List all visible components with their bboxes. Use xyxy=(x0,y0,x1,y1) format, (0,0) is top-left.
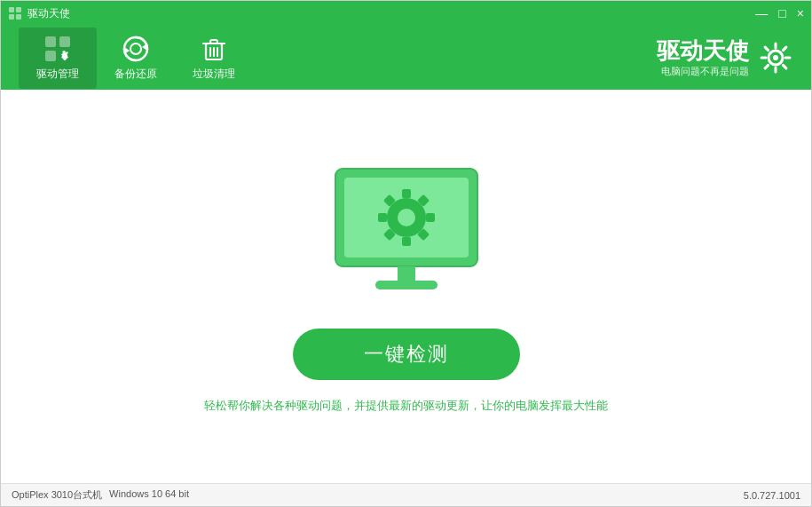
monitor-svg xyxy=(318,160,495,311)
brand: 驱动天使 电脑问题不再是问题 xyxy=(657,37,793,78)
svg-rect-14 xyxy=(210,40,217,44)
svg-rect-34 xyxy=(378,213,387,222)
svg-rect-1 xyxy=(16,7,21,12)
os-info: Windows 10 64 bit xyxy=(109,488,189,502)
close-button[interactable]: × xyxy=(797,7,804,20)
main-content: 一键检测 轻松帮你解决各种驱动问题，并提供最新的驱动更新，让你的电脑发挥最大性能 xyxy=(1,90,811,483)
brand-name: 驱动天使 xyxy=(657,37,749,65)
svg-point-9 xyxy=(130,44,141,54)
svg-line-24 xyxy=(765,47,769,51)
nav-driver-mgmt-label: 驱动管理 xyxy=(36,67,79,82)
nav-driver-mgmt[interactable]: 驱动管理 xyxy=(19,28,97,89)
nav-junk-clean-label: 垃圾清理 xyxy=(193,67,235,82)
titlebar-controls: — □ × xyxy=(755,7,804,20)
subtitle-content: 轻松帮你解决各种驱动问题，并提供最新的驱动更新，让你的电脑发挥最大性能 xyxy=(204,399,608,412)
nav-backup-restore-label: 备份还原 xyxy=(114,67,157,82)
statusbar-left: OptiPlex 3010台式机 Windows 10 64 bit xyxy=(12,488,189,502)
svg-rect-40 xyxy=(398,266,415,281)
svg-rect-2 xyxy=(9,14,14,20)
toolbar-nav: 驱动管理 备份还原 xyxy=(19,28,253,89)
machine-info: OptiPlex 3010台式机 xyxy=(12,488,102,502)
svg-rect-3 xyxy=(16,14,21,20)
toolbar: 驱动管理 备份还原 xyxy=(1,26,811,90)
svg-rect-6 xyxy=(45,51,56,61)
svg-line-26 xyxy=(783,47,786,51)
svg-line-27 xyxy=(765,65,769,68)
titlebar-left: 驱动天使 xyxy=(8,6,70,21)
titlebar: 驱动天使 — □ × xyxy=(1,1,811,26)
svg-rect-0 xyxy=(9,7,14,12)
minimize-button[interactable]: — xyxy=(755,7,768,20)
nav-junk-clean[interactable]: 垃圾清理 xyxy=(175,28,253,89)
driver-mgmt-icon xyxy=(43,35,72,63)
statusbar-version: 5.0.727.1001 xyxy=(744,490,800,501)
svg-marker-10 xyxy=(142,44,147,51)
monitor-illustration xyxy=(318,160,495,311)
svg-point-19 xyxy=(773,55,778,60)
svg-rect-35 xyxy=(426,213,435,222)
svg-rect-32 xyxy=(402,189,411,198)
junk-clean-icon xyxy=(200,35,228,63)
statusbar: OptiPlex 3010台式机 Windows 10 64 bit 5.0.7… xyxy=(1,483,811,506)
scan-button[interactable]: 一键检测 xyxy=(293,329,520,380)
svg-line-25 xyxy=(783,65,786,68)
nav-backup-restore[interactable]: 备份还原 xyxy=(97,28,175,89)
svg-rect-41 xyxy=(375,281,438,289)
maximize-button[interactable]: □ xyxy=(778,7,785,20)
backup-restore-icon xyxy=(122,35,150,63)
svg-rect-33 xyxy=(402,237,411,246)
brand-slogan: 电脑问题不再是问题 xyxy=(657,65,749,78)
brand-text: 驱动天使 电脑问题不再是问题 xyxy=(657,37,749,78)
svg-rect-5 xyxy=(59,36,70,47)
app-icon xyxy=(8,6,22,20)
svg-marker-11 xyxy=(124,47,130,54)
titlebar-title: 驱动天使 xyxy=(28,6,70,21)
subtitle-text: 轻松帮你解决各种驱动问题，并提供最新的驱动更新，让你的电脑发挥最大性能 xyxy=(204,398,608,414)
svg-rect-4 xyxy=(45,36,56,47)
brand-gear-icon xyxy=(758,40,793,75)
svg-point-31 xyxy=(398,209,415,226)
